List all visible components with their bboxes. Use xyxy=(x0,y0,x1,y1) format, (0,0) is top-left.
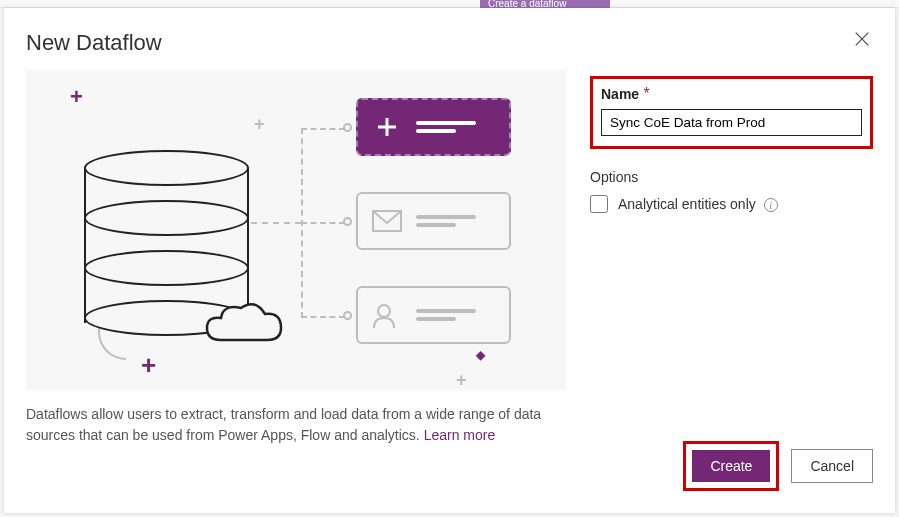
required-asterisk: * xyxy=(644,85,650,102)
background-ribbon: Create a dataflow xyxy=(480,0,610,8)
close-icon xyxy=(853,30,871,48)
close-button[interactable] xyxy=(853,30,873,50)
create-button[interactable]: Create xyxy=(692,450,770,482)
analytical-checkbox[interactable] xyxy=(590,195,608,213)
add-source-card xyxy=(356,98,511,156)
svg-point-5 xyxy=(378,305,390,317)
user-source-card xyxy=(356,286,511,344)
learn-more-link[interactable]: Learn more xyxy=(424,427,496,443)
name-label: Name xyxy=(601,86,639,102)
info-icon[interactable]: i xyxy=(764,198,778,212)
mail-source-card xyxy=(356,192,511,250)
plus-icon xyxy=(372,114,402,140)
user-icon xyxy=(372,302,402,328)
dialog-description: Dataflows allow users to extract, transf… xyxy=(26,390,566,446)
cancel-button[interactable]: Cancel xyxy=(791,449,873,483)
analytical-label[interactable]: Analytical entities only i xyxy=(618,196,778,213)
name-input[interactable] xyxy=(601,109,862,136)
new-dataflow-dialog: New Dataflow + + + + ◆ xyxy=(4,8,895,513)
cloud-icon xyxy=(201,300,286,350)
create-button-highlight: Create xyxy=(683,441,779,491)
mail-icon xyxy=(372,208,402,234)
dataflow-illustration: + + + + ◆ xyxy=(26,70,566,390)
options-label: Options xyxy=(590,169,873,185)
dialog-title: New Dataflow xyxy=(26,8,873,70)
name-field-highlight: Name * xyxy=(590,76,873,149)
